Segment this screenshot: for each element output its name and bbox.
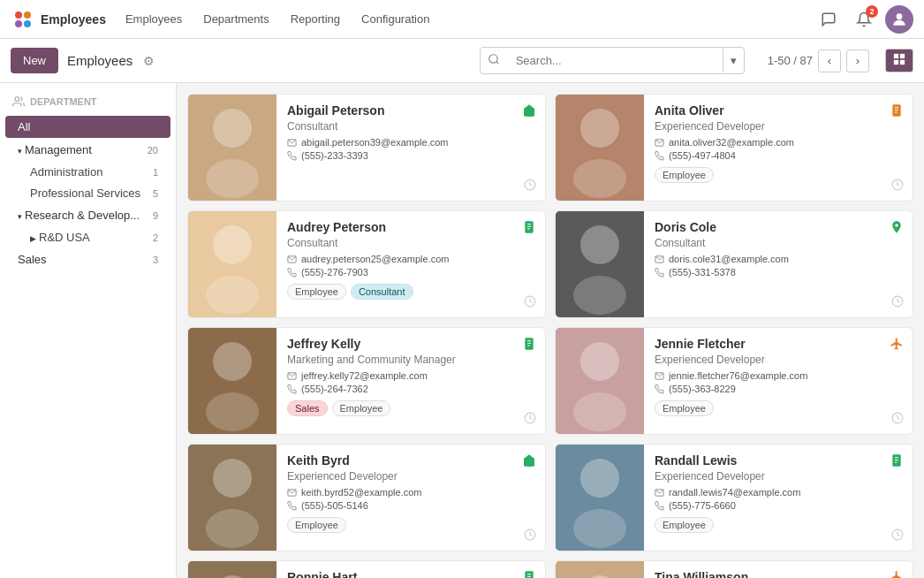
employee-name: Abigail Peterson (287, 103, 534, 118)
svg-rect-63 (892, 454, 900, 466)
svg-point-14 (206, 159, 259, 198)
nav-configuration[interactable]: Configuration (352, 7, 438, 31)
user-icon (890, 11, 908, 28)
prev-page-btn[interactable]: ‹ (818, 49, 841, 72)
phone-icon (287, 384, 297, 394)
employee-status-icon (890, 103, 904, 121)
employee-card[interactable]: Jennie Fletcher Experienced Developer je… (555, 327, 913, 435)
employee-email: keith.byrd52@example.com (287, 487, 534, 498)
employee-clock-icon[interactable] (891, 295, 904, 310)
employee-status-icon (890, 570, 904, 578)
main-layout: DEPARTMENT All ▾Management 20 Administra… (0, 83, 924, 578)
phone-icon (655, 384, 664, 394)
clock-icon (524, 412, 536, 424)
employee-phone: (555)-505-5146 (287, 500, 534, 511)
employee-phone: (555)-363-8229 (655, 384, 902, 394)
employee-photo (188, 328, 276, 434)
employee-email: jeffrey.kelly72@example.com (287, 370, 534, 381)
person-avatar (556, 561, 644, 578)
search-dropdown-btn[interactable]: ▾ (723, 49, 744, 72)
sidebar-item-management[interactable]: ▾Management 20 (5, 139, 170, 161)
employee-clock-icon[interactable] (524, 412, 536, 427)
employee-clock-icon[interactable] (524, 295, 536, 310)
person-avatar (188, 328, 276, 434)
nav-reporting[interactable]: Reporting (282, 7, 349, 31)
sidebar-item-rnd-usa[interactable]: ▶R&D USA 2 (5, 227, 170, 247)
employee-clock-icon[interactable] (524, 179, 536, 194)
employee-card[interactable]: Ronnie Hart Team Leader ronnie.hart87@ex… (187, 560, 546, 578)
svg-point-11 (15, 97, 19, 102)
phone-icon (655, 151, 664, 161)
svg-point-0 (15, 11, 22, 19)
employee-clock-icon[interactable] (891, 529, 904, 544)
chat-icon-btn[interactable] (814, 5, 843, 34)
svg-point-56 (206, 509, 259, 548)
settings-icon[interactable]: ⚙ (143, 54, 155, 68)
employee-clock-icon[interactable] (891, 179, 904, 194)
employee-card[interactable]: Anita Oliver Experienced Developer anita… (555, 94, 913, 202)
employee-info: Ronnie Hart Team Leader ronnie.hart87@ex… (276, 561, 545, 578)
svg-point-60 (580, 459, 619, 498)
employee-job-title: Consultant (287, 237, 534, 249)
svg-point-4 (897, 13, 903, 19)
sidebar-item-sales[interactable]: Sales 3 (5, 248, 170, 270)
sidebar-item-all[interactable]: All (5, 116, 170, 138)
employee-info: Audrey Peterson Consultant audrey.peters… (276, 211, 545, 317)
employee-card[interactable]: Abigail Peterson Consultant abigail.pete… (187, 94, 546, 202)
employee-card[interactable]: Doris Cole Consultant doris.cole31@examp… (555, 210, 913, 318)
employee-name: Randall Lewis (655, 453, 902, 468)
home-icon (522, 103, 536, 118)
employee-phone: (555)-264-7362 (287, 384, 534, 394)
user-avatar[interactable] (885, 5, 913, 34)
employee-card[interactable]: Audrey Peterson Consultant audrey.peters… (187, 210, 546, 318)
employee-tags: SalesEmployee (287, 400, 534, 416)
employee-card[interactable]: Keith Byrd Experienced Developer keith.b… (187, 444, 546, 551)
employee-photo (188, 445, 276, 551)
employee-email: randall.lewis74@example.com (655, 487, 902, 498)
phone-icon (287, 501, 297, 511)
employee-card[interactable]: Tina Williamson Human Resources Manager … (555, 560, 913, 578)
sidebar-item-professional-services[interactable]: Professional Services 5 (5, 183, 170, 203)
employee-email: abigail.peterson39@example.com (287, 137, 534, 148)
chat-icon (821, 11, 837, 27)
sidebar-section-label: DEPARTMENT (30, 96, 97, 107)
svg-point-19 (573, 159, 626, 198)
employee-tag: Employee (287, 284, 346, 300)
plane-icon (890, 337, 904, 351)
next-page-btn[interactable]: › (846, 49, 869, 72)
employee-clock-icon[interactable] (524, 529, 536, 544)
person-avatar (556, 95, 644, 201)
employee-info: Tina Williamson Human Resources Manager … (644, 561, 913, 578)
employee-email: jennie.fletcher76@example.com (655, 370, 902, 381)
search-input[interactable] (507, 49, 723, 72)
svg-rect-21 (892, 104, 900, 116)
email-icon (287, 255, 297, 264)
employee-job-title: Experienced Developer (655, 354, 902, 366)
app-logo[interactable]: Employees (11, 7, 106, 32)
person-avatar (188, 211, 276, 317)
employee-name: Doris Cole (655, 220, 902, 234)
email-icon (655, 138, 664, 148)
phone-icon (287, 151, 297, 161)
clock-icon (891, 179, 904, 191)
employee-clock-icon[interactable] (891, 412, 904, 427)
employee-card[interactable]: Randall Lewis Experienced Developer rand… (555, 444, 913, 551)
employee-status-icon (522, 103, 536, 121)
nav-departments[interactable]: Departments (194, 7, 277, 31)
sidebar-item-administration[interactable]: Administration 1 (5, 162, 170, 182)
employee-tag: Employee (287, 517, 346, 533)
nav-employees[interactable]: Employees (117, 7, 191, 31)
employee-card[interactable]: Jeffrey Kelly Marketing and Community Ma… (187, 327, 546, 435)
clock-icon (891, 295, 904, 308)
employee-info: Randall Lewis Experienced Developer rand… (644, 445, 913, 551)
employee-phone: (555)-276-7903 (287, 267, 534, 278)
notifications-btn[interactable]: 2 (850, 5, 878, 34)
sidebar-item-rnd[interactable]: ▾Research & Develop... 9 (5, 204, 170, 226)
employee-name: Ronnie Hart (287, 570, 534, 578)
employee-info: Abigail Peterson Consultant abigail.pete… (276, 95, 545, 201)
employee-tags: Employee (287, 517, 534, 533)
person-avatar (556, 211, 644, 317)
new-button[interactable]: New (11, 48, 58, 73)
kanban-view-btn[interactable] (886, 49, 913, 72)
employee-cards-grid: Abigail Peterson Consultant abigail.pete… (187, 94, 913, 578)
